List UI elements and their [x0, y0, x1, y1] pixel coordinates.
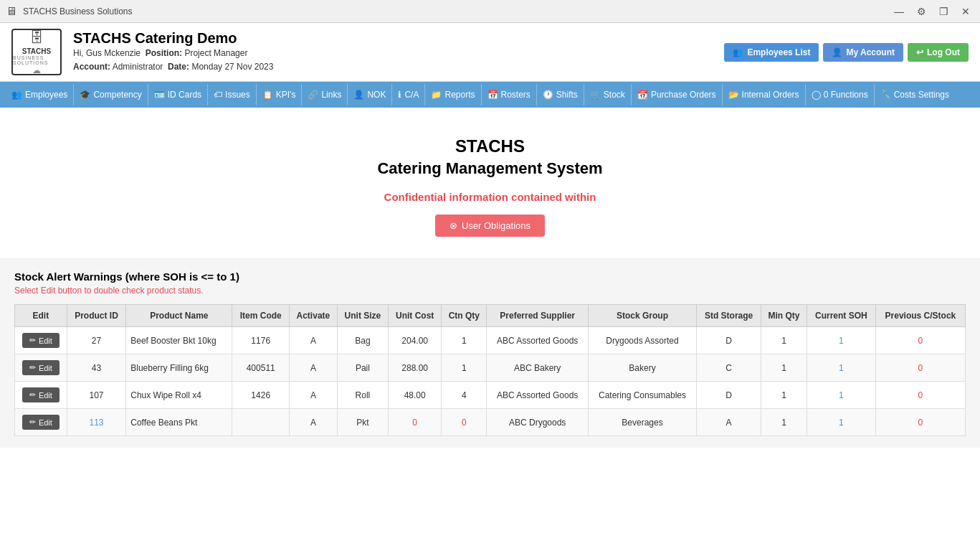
stock-group-cell: Bakery — [588, 354, 696, 382]
minimize-button[interactable]: — — [890, 4, 908, 19]
nav-label-nok: NOK — [367, 90, 386, 100]
sidebar-item-issues[interactable]: 🏷Issues — [208, 84, 257, 105]
unit-cost-cell: 48.00 — [389, 382, 442, 409]
sidebar-item-cia[interactable]: ℹC/A — [392, 84, 425, 105]
product-name-cell: Chux Wipe Roll x4 — [126, 382, 232, 409]
date-label: Date: — [168, 62, 189, 72]
edit-icon: ✏ — [29, 363, 36, 372]
item-code-cell: 400511 — [232, 354, 290, 382]
header-user-info: Hi, Gus Mckenzie Position: Project Manag… — [73, 47, 273, 60]
sidebar-item-stock[interactable]: 🛒Stock — [584, 84, 632, 105]
nav-label-employees: Employees — [25, 90, 67, 100]
nav-icon-rosters: 📅 — [487, 90, 498, 100]
sidebar-item-reports[interactable]: 📁Reports — [425, 84, 481, 105]
my-account-button[interactable]: 👤 My Account — [823, 43, 903, 62]
employees-list-icon: 👥 — [733, 47, 743, 57]
nav-icon-costs-settings: 🔧 — [880, 90, 891, 100]
position-value: Project Manager — [184, 48, 247, 58]
std-storage-cell: C — [697, 354, 761, 382]
confidential-text: Confidential information contained withi… — [14, 191, 966, 203]
titlebar: 🖥 STACHS Business Solutions — ⚙ ❐ ✕ — [0, 0, 980, 23]
unit-cost-cell: 0 — [389, 409, 442, 436]
close-button[interactable]: ✕ — [957, 4, 974, 19]
sidebar-item-functions[interactable]: ◯0 Functions — [806, 84, 875, 105]
product-id-cell: 43 — [67, 354, 125, 382]
app-title-heading: STACHS Catering Demo — [73, 30, 273, 47]
min-qty-cell: 1 — [761, 409, 807, 436]
nav-icon-stock: 🛒 — [590, 90, 601, 100]
preferred-supplier-cell: ABC Assorted Goods — [487, 382, 589, 409]
edit-cell: ✏ Edit — [15, 382, 67, 409]
col-header-std-storage: Std Storage — [697, 305, 761, 327]
account-label: Account: — [73, 62, 110, 72]
table-row: ✏ Edit27Beef Booster Bkt 10kg1176ABag204… — [15, 327, 966, 354]
col-header-product-name: Product Name — [126, 305, 232, 327]
nav-icon-employees: 👥 — [11, 90, 22, 100]
main-content: STACHS Catering Management System Confid… — [0, 108, 980, 448]
nav-label-id-cards: ID Cards — [168, 90, 201, 100]
unit-size-cell: Pail — [337, 354, 388, 382]
nav-icon-issues: 🏷 — [214, 90, 222, 100]
sidebar-item-employees[interactable]: 👥Employees — [6, 84, 74, 105]
position-label: Position: — [146, 48, 182, 58]
sidebar-item-kpis[interactable]: 📋KPI's — [257, 84, 303, 105]
sidebar-item-purchase-orders[interactable]: 📆Purchase Orders — [632, 84, 723, 105]
sidebar-item-internal-orders[interactable]: 📂Internal Orders — [723, 84, 806, 105]
activate-cell: A — [289, 327, 337, 354]
sidebar-item-nok[interactable]: 👤NOK — [348, 84, 392, 105]
log-out-button[interactable]: ↩ Log Out — [908, 43, 969, 62]
sidebar-item-id-cards[interactable]: 🪪ID Cards — [148, 84, 208, 105]
activate-cell: A — [289, 382, 337, 409]
edit-button[interactable]: ✏ Edit — [22, 360, 60, 375]
edit-button[interactable]: ✏ Edit — [22, 415, 60, 430]
sidebar-item-costs-settings[interactable]: 🔧Costs Settings — [875, 84, 955, 105]
sidebar-item-links[interactable]: 🔗Links — [302, 84, 348, 105]
sidebar-item-rosters[interactable]: 📅Rosters — [482, 84, 537, 105]
ctn-qty-cell: 1 — [442, 354, 487, 382]
col-header-unit-cost: Unit Cost — [389, 305, 442, 327]
log-out-label: Log Out — [927, 47, 960, 57]
edit-icon: ✏ — [29, 390, 36, 400]
employees-list-button[interactable]: 👥 Employees List — [724, 43, 819, 62]
obligations-icon: ⊗ — [449, 220, 457, 231]
nav-label-rosters: Rosters — [501, 90, 531, 100]
edit-button[interactable]: ✏ Edit — [22, 387, 60, 402]
stock-table-body: ✏ Edit27Beef Booster Bkt 10kg1176ABag204… — [15, 327, 966, 436]
preferred-supplier-cell: ABC Drygoods — [487, 409, 589, 436]
nav-label-reports: Reports — [444, 90, 475, 100]
col-header-current-soh: Current SOH — [807, 305, 875, 327]
nav-icon-nok: 👤 — [353, 90, 364, 100]
maximize-button[interactable]: ❐ — [935, 4, 953, 19]
logo-area: 🗄 STACHS BUSINESS SOLUTIONS ☁ STACHS Cat… — [11, 29, 273, 75]
unit-size-cell: Pkt — [337, 409, 388, 436]
logout-icon: ↩ — [916, 47, 923, 57]
hero-title1: STACHS — [14, 136, 966, 156]
min-qty-cell: 1 — [761, 327, 807, 354]
min-qty-cell: 1 — [761, 354, 807, 382]
stock-group-cell: Catering Consumables — [588, 382, 696, 409]
nav-label-internal-orders: Internal Orders — [742, 90, 799, 100]
header-buttons: 👥 Employees List 👤 My Account ↩ Log Out — [724, 43, 969, 62]
sidebar-item-shifts[interactable]: 🕐Shifts — [537, 84, 584, 105]
nav-icon-purchase-orders: 📆 — [637, 90, 648, 100]
sidebar-item-competency[interactable]: 🎓Competency — [74, 84, 148, 105]
logo-icon2: ☁ — [32, 65, 41, 75]
product-name-cell: Coffee Beans Pkt — [126, 409, 232, 436]
col-header-previous-c-stock: Previous C/Stock — [875, 305, 965, 327]
previous-cstock-cell: 0 — [875, 382, 965, 409]
nav-icon-id-cards: 🪪 — [154, 90, 165, 100]
user-obligations-button[interactable]: ⊗ User Obligations — [435, 215, 545, 237]
settings-button[interactable]: ⚙ — [913, 4, 931, 19]
unit-size-cell: Bag — [337, 327, 388, 354]
account-value: Administrator — [113, 62, 163, 72]
unit-size-cell: Roll — [337, 382, 388, 409]
current-soh-cell: 1 — [807, 327, 875, 354]
nav-label-competency: Competency — [93, 90, 141, 100]
edit-button[interactable]: ✏ Edit — [22, 333, 60, 348]
obligations-label: User Obligations — [462, 220, 531, 231]
stock-warning-title: Stock Alert Warnings (where SOH is <= to… — [14, 270, 966, 283]
col-header-product-id: Product ID — [67, 305, 125, 327]
account-icon: 👤 — [832, 47, 842, 57]
ctn-qty-cell: 0 — [442, 409, 487, 436]
item-code-cell: 1426 — [232, 382, 290, 409]
